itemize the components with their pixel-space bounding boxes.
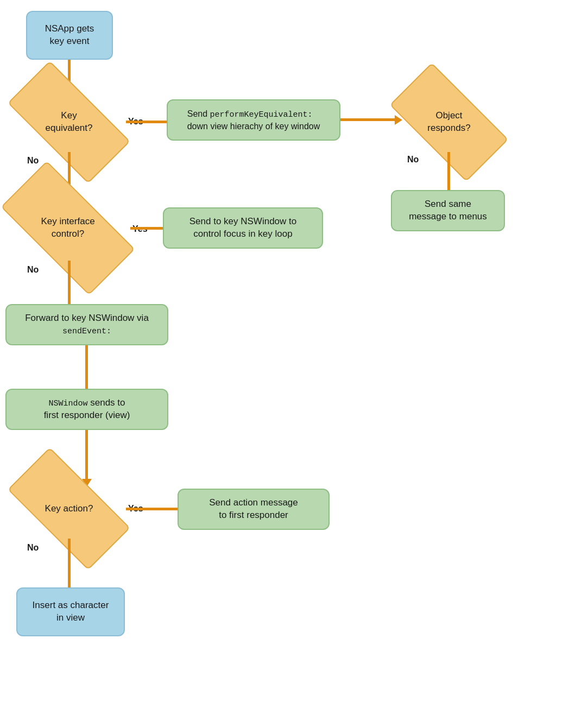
arrow-keyequiv-yes — [126, 121, 167, 123]
nswindow-sends-label: NSWindow sends tofirst responder (view) — [44, 397, 130, 422]
forward-send-event-box: Forward to key NSWindow viasendEvent: — [5, 304, 168, 345]
key-interface-diamond-wrapper: Key interface control? — [5, 195, 130, 261]
arrow-perform-to-objectresponds — [340, 118, 395, 121]
arrow-keyinterface-no — [68, 261, 71, 304]
arrow-forward-to-nswindow — [85, 345, 88, 389]
arrow-nswindow-to-keyaction — [85, 430, 88, 479]
key-equiv-diamond-wrapper: Key equivalent? — [12, 92, 126, 152]
send-same-message-label: Send same message to menus — [409, 198, 487, 223]
arrow-keyaction-no — [68, 539, 71, 587]
nswindow-sends-box: NSWindow sends tofirst responder (view) — [5, 389, 168, 430]
arrow-objectresponds-no — [447, 152, 450, 190]
arrow-keyaction-yes — [126, 508, 178, 510]
send-action-message-box: Send action message to first responder — [178, 489, 330, 530]
nsapp-box: NSApp gets key event — [26, 11, 113, 60]
insert-character-label: Insert as character in view — [33, 599, 109, 624]
send-same-message-box: Send same message to menus — [391, 190, 505, 231]
object-responds-diamond-wrapper: Object responds? — [395, 92, 503, 152]
arrow-keyinterface-yes — [130, 227, 163, 230]
send-nswindow-focus-box: Send to key NSWindow to control focus in… — [163, 207, 323, 249]
send-action-message-label: Send action message to first responder — [209, 497, 298, 522]
forward-send-event-label: Forward to key NSWindow viasendEvent: — [25, 312, 149, 337]
flowchart-diagram: NSApp gets key event Key equivalent? Yes… — [0, 0, 588, 702]
perform-key-equiv-label: Send performKeyEquivalent:down view hier… — [187, 108, 320, 132]
perform-key-equiv-box: Send performKeyEquivalent:down view hier… — [167, 99, 340, 141]
no-label-key-interface: No — [27, 265, 39, 275]
key-action-diamond-wrapper: Key action? — [12, 479, 126, 539]
no-label-key-equiv: No — [27, 156, 39, 166]
send-nswindow-focus-label: Send to key NSWindow to control focus in… — [189, 216, 296, 241]
no-label-object-responds: No — [407, 155, 419, 165]
nsapp-label: NSApp gets key event — [45, 23, 94, 48]
insert-character-box: Insert as character in view — [16, 587, 125, 636]
no-label-key-action: No — [27, 543, 39, 553]
